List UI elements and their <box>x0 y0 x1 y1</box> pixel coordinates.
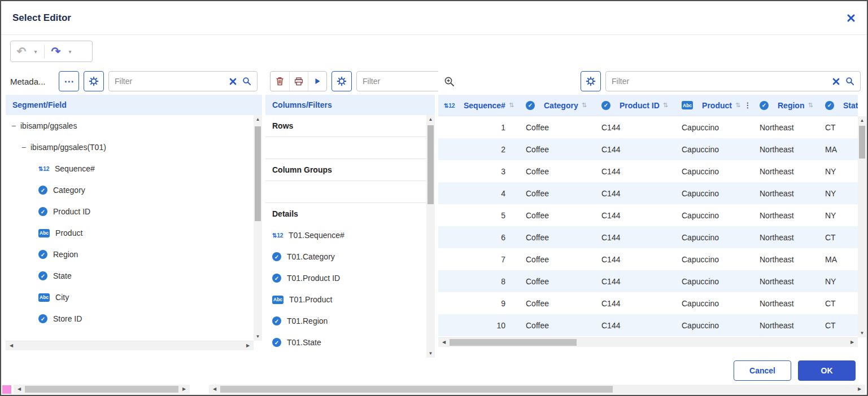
table-cell: Capuccino <box>670 145 748 154</box>
table-row: 3CoffeeC144CapuccinoNortheastNY <box>438 160 858 182</box>
tree-item-ibisamp-ggsales[interactable]: −ibisamp/ggsales <box>6 115 254 137</box>
check-field-icon: ✓ <box>825 101 834 110</box>
tree-item-category[interactable]: ✓Category <box>6 179 254 201</box>
collapse-minus-icon[interactable]: − <box>21 143 30 152</box>
preview-vertical-scrollbar[interactable]: ▲ ▼ <box>858 116 866 337</box>
clear-filter-icon[interactable] <box>832 78 840 85</box>
scroll-down-icon[interactable]: ▼ <box>858 329 866 337</box>
run-button[interactable] <box>308 72 326 91</box>
settings-icon <box>586 76 596 86</box>
tree-item-product-id[interactable]: ✓Product ID <box>6 201 254 222</box>
more-options-button[interactable]: ⋯ <box>59 71 79 91</box>
detail-item-t01-sequence[interactable]: ⇅12T01.Sequence# <box>265 225 426 246</box>
scroll-up-icon[interactable]: ▲ <box>254 115 262 124</box>
tree-item-store-id[interactable]: ✓Store ID <box>6 308 254 329</box>
scrollbar-thumb[interactable] <box>25 386 178 393</box>
sort-icon[interactable]: ⇅ <box>808 102 813 109</box>
print-button[interactable] <box>289 72 308 91</box>
scroll-left-icon[interactable]: ◀ <box>7 341 16 350</box>
column-header-state[interactable]: ✓State⇅⋮ <box>814 101 858 110</box>
tree-item-label: ibisamp/ggsales <box>20 121 77 130</box>
table-cell: CT <box>814 233 858 242</box>
column-groups-dropzone[interactable] <box>265 181 426 203</box>
column-menu-icon[interactable]: ⋮ <box>744 101 748 109</box>
tree-item-city[interactable]: AbcCity <box>6 287 254 308</box>
redo-dropdown-button[interactable]: ▾ <box>64 43 76 60</box>
undo-dropdown-button[interactable]: ▾ <box>30 43 41 60</box>
text-field-icon: Abc <box>272 296 283 304</box>
tree-item-region[interactable]: ✓Region <box>6 244 254 265</box>
sort-icon[interactable]: ⇅ <box>582 102 587 109</box>
column-header-category[interactable]: ✓Category⇅⋮ <box>514 101 590 110</box>
column-header-product[interactable]: AbcProduct⇅⋮ <box>670 101 748 110</box>
scrollbar-thumb[interactable] <box>859 126 865 159</box>
tree-item-product[interactable]: AbcProduct <box>6 222 254 244</box>
table-cell: Capuccino <box>670 255 748 264</box>
bottom-left-scrollbar[interactable]: ◀ ▶ <box>14 385 190 394</box>
detail-item-t01-state[interactable]: ✓T01.State <box>265 332 426 353</box>
tree-item-sequence[interactable]: ⇅12Sequence# <box>6 158 254 179</box>
scrollbar-thumb[interactable] <box>450 339 577 346</box>
table-cell: 5 <box>438 211 514 220</box>
undo-button[interactable]: ↶ <box>13 43 30 60</box>
table-cell: Coffee <box>514 255 590 264</box>
scroll-down-icon[interactable]: ▼ <box>426 349 435 358</box>
metadata-horizontal-scrollbar[interactable]: ◀ ▶ <box>6 341 254 350</box>
search-icon[interactable] <box>845 77 854 86</box>
clear-filter-icon[interactable] <box>229 78 237 85</box>
run-icon <box>313 77 321 85</box>
sort-icon[interactable]: ⇅ <box>509 102 514 109</box>
metadata-vertical-scrollbar[interactable]: ▲ ▼ <box>254 115 262 341</box>
metadata-settings-button[interactable] <box>84 71 104 91</box>
scroll-down-icon[interactable]: ▼ <box>254 332 262 341</box>
tree-item-ibisamp-ggsales-t01[interactable]: −ibisamp/ggsales(T01) <box>6 137 254 158</box>
scroll-left-icon[interactable]: ◀ <box>15 385 24 394</box>
delete-button[interactable] <box>271 72 289 91</box>
scroll-right-icon[interactable]: ▶ <box>180 385 189 394</box>
rows-dropzone[interactable] <box>265 137 426 159</box>
cancel-button[interactable]: Cancel <box>734 360 791 381</box>
scroll-right-icon[interactable]: ▶ <box>243 341 252 350</box>
zoom-button[interactable] <box>444 76 455 87</box>
detail-item-t01-category[interactable]: ✓T01.Category <box>265 246 426 267</box>
preview-filter-input[interactable] <box>612 77 827 86</box>
detail-item-t01-product-id[interactable]: ✓T01.Product ID <box>265 267 426 289</box>
tree-item-state[interactable]: ✓State <box>6 265 254 287</box>
preview-settings-button[interactable] <box>581 71 601 91</box>
ellipsis-icon: ⋯ <box>64 77 74 86</box>
column-header-region[interactable]: ✓Region⇅⋮ <box>748 101 814 110</box>
sort-icon[interactable]: ⇅ <box>735 102 740 109</box>
ok-button[interactable]: OK <box>798 360 856 381</box>
sort-icon[interactable]: ⇅ <box>663 102 668 109</box>
collapse-minus-icon[interactable]: − <box>11 121 20 130</box>
table-cell: Coffee <box>514 321 590 330</box>
table-cell: MA <box>814 145 858 154</box>
scrollbar-thumb[interactable] <box>255 126 261 221</box>
columns-settings-button[interactable] <box>332 71 352 91</box>
close-button[interactable] <box>847 14 856 23</box>
scrollbar-thumb[interactable] <box>220 386 613 393</box>
detail-item-t01-region[interactable]: ✓T01.Region <box>265 310 426 332</box>
redo-button[interactable]: ↷ <box>47 43 64 60</box>
column-header-product-id[interactable]: ✓Product ID⇅⋮ <box>590 101 670 110</box>
scroll-right-icon[interactable]: ▶ <box>855 385 864 394</box>
bottom-right-scrollbar[interactable]: ◀ ▶ <box>209 385 865 394</box>
scroll-left-icon[interactable]: ◀ <box>210 385 219 394</box>
table-cell: Capuccino <box>670 299 748 308</box>
scroll-up-icon[interactable]: ▲ <box>426 115 435 124</box>
settings-icon <box>89 76 99 86</box>
scrollbar-thumb[interactable] <box>428 125 434 204</box>
table-row: 5CoffeeC144CapuccinoNortheastNY <box>438 204 858 226</box>
column-header-sequence[interactable]: ⇅12Sequence#⇅⋮ <box>438 101 514 110</box>
scroll-up-icon[interactable]: ▲ <box>858 116 866 125</box>
scroll-right-icon[interactable]: ▶ <box>848 338 857 347</box>
columns-vertical-scrollbar[interactable]: ▲ ▼ <box>426 115 435 358</box>
search-icon[interactable] <box>242 77 251 86</box>
table-cell: C144 <box>590 123 670 132</box>
detail-item-t01-product[interactable]: AbcT01.Product <box>265 289 426 310</box>
tree-item-label: Product <box>55 228 82 237</box>
preview-horizontal-scrollbar[interactable]: ◀ ▶ <box>438 337 858 347</box>
table-cell: 8 <box>438 277 514 286</box>
scroll-left-icon[interactable]: ◀ <box>439 338 448 347</box>
metadata-filter-input[interactable] <box>115 77 224 86</box>
